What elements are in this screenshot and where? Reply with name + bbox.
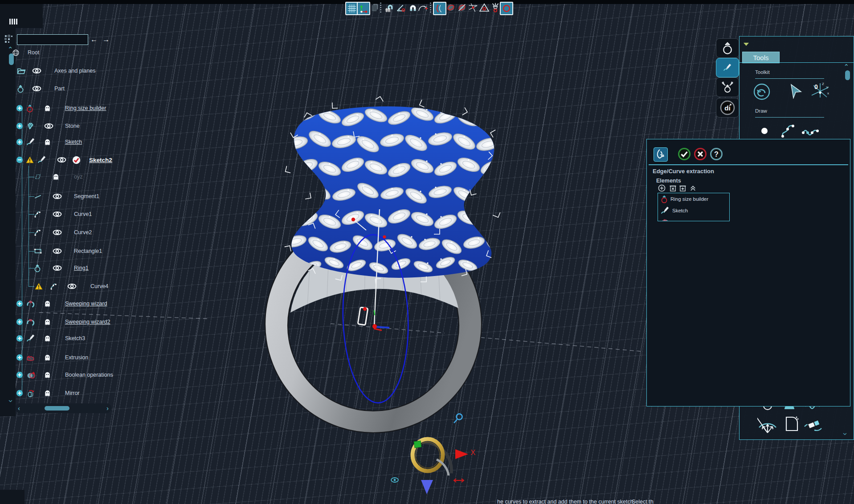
tree-item-extrusion[interactable]: Extrusion xyxy=(0,352,120,363)
add-element-icon[interactable] xyxy=(658,184,666,192)
origin-axes-icon[interactable] xyxy=(357,2,370,15)
elements-list[interactable]: Ring size builderSketch xyxy=(658,193,730,221)
history-back-button[interactable]: ← xyxy=(90,36,98,44)
hidden-ghost-icon[interactable] xyxy=(44,298,51,309)
arc-endpoint-snap-icon[interactable] xyxy=(417,2,428,13)
orbit-gizmo[interactable]: X xyxy=(391,439,475,494)
hidden-ghost-icon[interactable] xyxy=(44,387,51,399)
tree-item-label[interactable]: Sweeping wizard2 xyxy=(65,316,110,328)
visibility-eye-icon[interactable] xyxy=(67,280,77,292)
control-point[interactable] xyxy=(383,236,386,239)
control-point[interactable] xyxy=(351,218,355,221)
tree-item-stone[interactable]: Stone xyxy=(0,120,120,132)
control-point[interactable] xyxy=(363,307,367,311)
tree-item-segment1[interactable]: Segment1 xyxy=(0,191,120,202)
tree-item-curve4[interactable]: Curve4 xyxy=(0,280,120,292)
tree-hscroll-track[interactable]: ‹ › xyxy=(15,403,111,413)
cancel-button[interactable] xyxy=(694,147,707,161)
tree-item-label[interactable]: Boolean operations xyxy=(65,369,113,381)
gizmo-eye-icon[interactable] xyxy=(391,478,398,482)
tree-item-oyz[interactable]: oyz xyxy=(0,171,120,183)
hidden-ghost-icon[interactable] xyxy=(44,136,51,148)
tree-item-rectangle1[interactable]: Rectangle1 xyxy=(0,245,120,257)
gizmo-x-arrow[interactable] xyxy=(455,449,468,459)
hscroll-left-icon[interactable]: ‹ xyxy=(18,405,20,411)
tree-item-label[interactable]: Ring1 xyxy=(74,262,89,274)
tree-item-sketch3[interactable]: Sketch3 xyxy=(0,333,120,344)
hidden-ghost-icon[interactable] xyxy=(44,102,51,114)
visibility-eye-icon[interactable] xyxy=(32,65,41,77)
gizmo-green-cube[interactable] xyxy=(414,441,421,448)
visibility-eye-icon[interactable] xyxy=(53,245,62,257)
visibility-eye-icon[interactable] xyxy=(32,83,41,94)
hscroll-right-icon[interactable]: › xyxy=(106,405,109,411)
visibility-eye-icon[interactable] xyxy=(53,208,62,220)
tree-item-label[interactable]: Part xyxy=(54,83,65,94)
tree-item-root[interactable]: Root xyxy=(0,47,120,58)
tree-item-label[interactable]: Sketch xyxy=(65,136,82,148)
tree-item-label[interactable]: Stone xyxy=(65,120,80,132)
tree-item-label[interactable]: Curve2 xyxy=(74,227,92,238)
app-menu-icon[interactable] xyxy=(9,19,17,24)
angle-snap-icon[interactable] xyxy=(396,2,406,13)
tree-item-label[interactable]: Extrusion xyxy=(65,352,88,363)
confirm-button[interactable] xyxy=(678,147,691,161)
help-button[interactable]: ? xyxy=(710,147,723,161)
tree-item-axes-and-planes[interactable]: Axes and planes xyxy=(0,65,120,77)
elements-list-item[interactable]: Sketch xyxy=(658,205,729,216)
origin-point[interactable] xyxy=(372,324,377,329)
tree-search-input[interactable] xyxy=(17,34,88,45)
tree-item-sketch[interactable]: Sketch xyxy=(0,136,120,148)
tree-item-ring-size-builder[interactable]: Ring size builder xyxy=(0,102,120,114)
intersection-snap-icon[interactable] xyxy=(468,2,478,13)
tree-item-mirror[interactable]: Mirror xyxy=(0,387,120,399)
tree-item-label[interactable]: Sketch3 xyxy=(65,333,85,344)
tree-item-part[interactable]: Part xyxy=(0,83,120,94)
circle-snap-icon[interactable] xyxy=(500,2,513,15)
magnet-grid-snap-icon[interactable] xyxy=(384,2,395,13)
tree-item-label[interactable]: Segment1 xyxy=(74,191,99,202)
add-to-list-icon[interactable] xyxy=(679,184,686,192)
tree-item-sweeping-wizard2[interactable]: Sweeping wizard2 xyxy=(0,316,120,328)
tree-item-label[interactable]: Sweeping wizard xyxy=(65,298,107,309)
elements-list-item[interactable] xyxy=(658,216,729,221)
tree-item-sweeping-wizard[interactable]: Sweeping wizard xyxy=(0,298,120,309)
layers-icon[interactable] xyxy=(370,2,380,13)
visibility-eye-icon[interactable] xyxy=(57,154,66,166)
hidden-ghost-icon[interactable] xyxy=(53,171,59,183)
hidden-ghost-icon[interactable] xyxy=(44,352,51,363)
hidden-ghost-icon[interactable] xyxy=(44,369,51,381)
hidden-ghost-icon[interactable] xyxy=(44,333,51,344)
tree-item-label[interactable]: Sketch2 xyxy=(89,154,112,166)
history-forward-button[interactable]: → xyxy=(102,36,110,44)
blue-axis-handle[interactable] xyxy=(376,327,389,328)
zoom-magnifier-icon[interactable] xyxy=(454,414,462,423)
tree-item-ring1[interactable]: Ring1 xyxy=(0,262,120,274)
tree-item-curve1[interactable]: Curve1 xyxy=(0,208,120,220)
visibility-eye-icon[interactable] xyxy=(53,191,62,202)
visibility-eye-icon[interactable] xyxy=(53,262,62,274)
normal-snap-icon[interactable] xyxy=(490,2,501,13)
triangle-snap-icon[interactable] xyxy=(479,2,490,13)
curve-snap-icon[interactable] xyxy=(433,2,446,15)
tree-item-boolean-operations[interactable]: Boolean operations xyxy=(0,369,120,381)
visibility-eye-icon[interactable] xyxy=(53,227,62,238)
gizmo-pan-arrow[interactable] xyxy=(454,479,464,482)
tree-hscroll-thumb[interactable] xyxy=(45,406,69,411)
tree-item-label[interactable]: Axes and planes xyxy=(54,65,95,77)
ellipse-snap-icon[interactable] xyxy=(445,2,456,13)
red-axis-handle[interactable] xyxy=(374,329,382,330)
tree-item-label[interactable]: oyz xyxy=(74,171,82,183)
tree-item-label[interactable]: Mirror xyxy=(65,387,80,399)
tree-item-label[interactable]: Ring size builder xyxy=(65,102,106,114)
hidden-ghost-icon[interactable] xyxy=(44,316,51,328)
tree-item-curve2[interactable]: Curve2 xyxy=(0,227,120,238)
tree-item-label[interactable]: Rectangle1 xyxy=(74,245,102,257)
collapse-list-icon[interactable] xyxy=(689,184,697,192)
visibility-eye-icon[interactable] xyxy=(44,120,53,132)
magnet-snap-icon[interactable] xyxy=(408,2,418,13)
remove-from-list-icon[interactable] xyxy=(669,184,677,192)
ellipse-snap-disabled-icon[interactable] xyxy=(457,2,467,13)
tree-item-label[interactable]: Curve1 xyxy=(74,208,92,220)
tree-item-label[interactable]: Root xyxy=(28,47,39,58)
